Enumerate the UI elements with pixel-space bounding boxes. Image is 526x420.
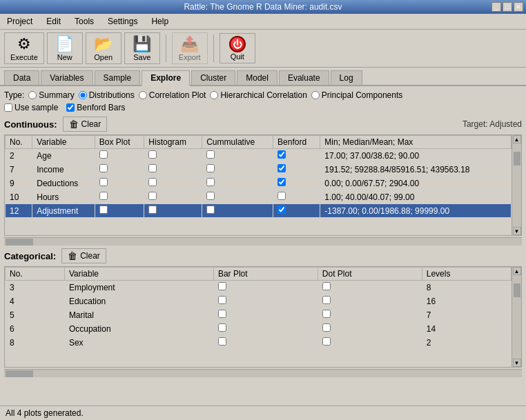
cat-scroll-up[interactable]: ▲	[513, 267, 521, 275]
cat-dot[interactable]	[318, 294, 422, 308]
cont-histogram[interactable]	[144, 177, 202, 190]
hscroll-thumb[interactable]	[6, 239, 33, 246]
categorical-scroll-area[interactable]: No. Variable Bar Plot Dot Plot Levels 3 …	[5, 267, 512, 367]
menu-tools[interactable]: Tools	[70, 15, 98, 28]
tab-sample[interactable]: Sample	[95, 70, 141, 85]
cat-bar[interactable]	[213, 308, 318, 322]
radio-principal-input[interactable]	[311, 91, 320, 99]
menu-settings[interactable]: Settings	[104, 15, 142, 28]
radio-summary-input[interactable]	[28, 91, 37, 99]
continuous-scroll-area[interactable]: No. Variable Box Plot Histogram Cummulat…	[5, 135, 512, 235]
cont-histogram[interactable]	[144, 190, 202, 204]
cat-bar[interactable]	[213, 322, 318, 336]
radio-distributions-input[interactable]	[79, 91, 87, 99]
cont-table-row[interactable]: 10 Hours 1.00; 40.00/40.07; 99.00	[6, 190, 512, 204]
new-button[interactable]: 📄 New	[47, 32, 83, 64]
categorical-clear-button[interactable]: 🗑 Clear	[61, 248, 106, 263]
export-button[interactable]: 📤 Export	[172, 32, 208, 64]
cat-dot[interactable]	[318, 322, 422, 336]
cont-cum-check[interactable]	[206, 206, 215, 214]
cat-bar-check[interactable]	[218, 323, 226, 332]
radio-correlation-plot[interactable]: Correlation Plot	[139, 90, 206, 100]
cat-table-row[interactable]: 4 Education 16	[6, 294, 512, 308]
cat-bar-check[interactable]	[218, 282, 226, 290]
cont-benford-check[interactable]	[277, 192, 286, 200]
quit-button[interactable]: Quit	[220, 33, 255, 63]
cont-benford[interactable]	[273, 177, 320, 190]
cat-bar-check[interactable]	[218, 337, 226, 346]
tab-data[interactable]: Data	[4, 70, 39, 85]
cont-cumulative[interactable]	[202, 204, 273, 218]
cont-table-row[interactable]: 2 Age 17.00; 37.00/38.62; 90.00	[6, 149, 512, 163]
menu-project[interactable]: Project	[3, 15, 37, 28]
cont-cum-check[interactable]	[206, 164, 215, 172]
tab-explore[interactable]: Explore	[142, 70, 190, 86]
close-button[interactable]: ✕	[514, 2, 523, 12]
cat-scroll-thumb[interactable]	[514, 283, 520, 297]
cont-box-check[interactable]	[99, 178, 108, 186]
cont-hist-check[interactable]	[148, 164, 157, 172]
cat-bar[interactable]	[213, 281, 318, 294]
cont-table-row[interactable]: 12 Adjustment -1387.00; 0.00/1986.88; 99…	[6, 204, 512, 218]
cat-bar[interactable]	[213, 336, 318, 350]
tab-cluster[interactable]: Cluster	[191, 70, 235, 85]
cont-box[interactable]	[95, 163, 144, 177]
open-button[interactable]: 📂 Open	[86, 32, 121, 64]
cat-dot-check[interactable]	[322, 296, 331, 304]
cont-cumulative[interactable]	[202, 190, 273, 204]
cat-table-row[interactable]: 3 Employment 8	[6, 281, 512, 294]
scroll-thumb[interactable]	[514, 152, 520, 166]
radio-distributions[interactable]: Distributions	[79, 90, 135, 100]
benford-bars-checkbox[interactable]	[66, 103, 75, 112]
cont-histogram[interactable]	[144, 163, 202, 177]
continuous-hscroll[interactable]	[4, 237, 522, 246]
cont-hist-check[interactable]	[148, 178, 157, 186]
cont-cumulative[interactable]	[202, 177, 273, 190]
cont-box-check[interactable]	[99, 150, 108, 159]
cont-cum-check[interactable]	[206, 192, 215, 200]
cont-benford-check[interactable]	[277, 150, 286, 159]
menu-edit[interactable]: Edit	[42, 15, 65, 28]
cat-dot-check[interactable]	[322, 310, 331, 318]
cat-scroll-down[interactable]: ▼	[513, 359, 521, 367]
cont-box[interactable]	[95, 190, 144, 204]
cont-histogram[interactable]	[144, 204, 202, 218]
cat-table-row[interactable]: 5 Marital 7	[6, 308, 512, 322]
continuous-clear-button[interactable]: 🗑 Clear	[63, 117, 108, 132]
cont-benford-check[interactable]	[277, 164, 286, 172]
cont-cumulative[interactable]	[202, 149, 273, 163]
radio-correlation-input[interactable]	[139, 91, 147, 99]
scroll-down-arrow[interactable]: ▼	[513, 227, 521, 235]
cat-dot-check[interactable]	[322, 282, 331, 290]
benford-bars-label[interactable]: Benford Bars	[66, 103, 125, 112]
radio-summary[interactable]: Summary	[28, 90, 74, 100]
radio-hierarchical[interactable]: Hierarchical Correlation	[210, 90, 306, 100]
cat-bar-check[interactable]	[218, 310, 226, 318]
cont-hist-check[interactable]	[148, 206, 157, 214]
radio-hierarchical-input[interactable]	[210, 91, 218, 99]
cat-dot[interactable]	[318, 281, 422, 294]
tab-evaluate[interactable]: Evaluate	[279, 70, 329, 85]
cont-table-row[interactable]: 7 Income 191.52; 59288.84/85916.51; 4395…	[6, 163, 512, 177]
categorical-scrollbar[interactable]: ▲ ▼	[512, 267, 521, 367]
cont-histogram[interactable]	[144, 149, 202, 163]
cont-box[interactable]	[95, 149, 144, 163]
cont-box-check[interactable]	[99, 206, 108, 214]
radio-principal[interactable]: Principal Components	[311, 90, 402, 100]
maximize-button[interactable]: □	[503, 2, 512, 12]
cat-dot-check[interactable]	[322, 323, 331, 332]
cont-cum-check[interactable]	[206, 178, 215, 186]
cat-dot[interactable]	[318, 336, 422, 350]
scroll-up-arrow[interactable]: ▲	[513, 135, 521, 143]
cont-cumulative[interactable]	[202, 163, 273, 177]
cont-box[interactable]	[95, 177, 144, 190]
cat-table-row[interactable]: 6 Occupation 14	[6, 322, 512, 336]
use-sample-label[interactable]: Use sample	[4, 103, 58, 112]
use-sample-checkbox[interactable]	[4, 103, 12, 112]
execute-button[interactable]: ⚙ Execute	[4, 32, 44, 64]
tab-log[interactable]: Log	[331, 70, 362, 85]
cont-box[interactable]	[95, 204, 144, 218]
cont-table-row[interactable]: 9 Deductions 0.00; 0.00/67.57; 2904.00	[6, 177, 512, 190]
cat-bar-check[interactable]	[218, 296, 226, 304]
categorical-hscroll[interactable]	[4, 369, 522, 377]
